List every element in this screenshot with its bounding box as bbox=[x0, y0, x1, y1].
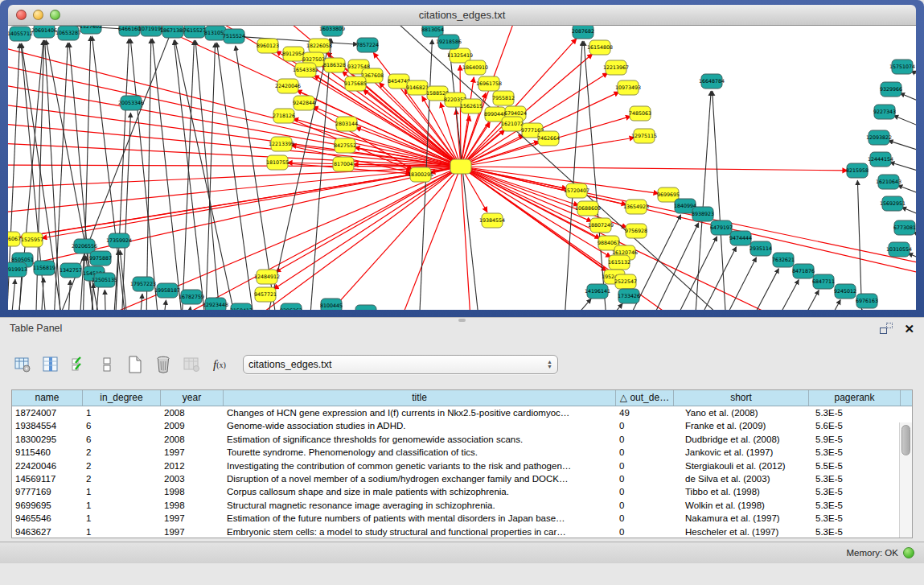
graph-node[interactable]: 8100445 bbox=[320, 299, 343, 310]
table-cell[interactable]: 9699695 bbox=[12, 499, 83, 512]
graph-node[interactable]: 9329966 bbox=[880, 82, 902, 97]
graph-node[interactable]: 16154808 bbox=[587, 40, 613, 55]
graph-node[interactable]: 6773081 bbox=[893, 220, 916, 235]
graph-edge[interactable] bbox=[711, 269, 778, 310]
table-cell[interactable]: 6 bbox=[83, 419, 161, 432]
graph-node[interactable]: 7515524 bbox=[223, 29, 245, 43]
graph-node[interactable]: 12975115 bbox=[631, 129, 657, 143]
graph-node[interactable]: 2526067 bbox=[8, 232, 21, 246]
table-cell[interactable]: 2008 bbox=[161, 406, 224, 419]
graph-node[interactable]: 9975887 bbox=[89, 251, 112, 266]
graph-edge[interactable] bbox=[450, 51, 483, 310]
graph-node[interactable]: 20053346 bbox=[118, 96, 144, 110]
graph-node[interactable]: 1342757 bbox=[60, 263, 82, 278]
graph-edge[interactable] bbox=[690, 257, 757, 310]
graph-node[interactable]: 7632621 bbox=[772, 253, 795, 267]
function-builder-icon[interactable]: f(x) bbox=[208, 353, 231, 376]
table-cell[interactable]: Jankovic et al. (1997) bbox=[674, 446, 809, 459]
table-cell[interactable]: Stergiakouli et al. (2012) bbox=[674, 459, 809, 472]
panel-resize-grip[interactable] bbox=[458, 319, 466, 322]
table-cell[interactable]: 1997 bbox=[161, 525, 224, 538]
graph-edge[interactable] bbox=[187, 307, 191, 310]
graph-node[interactable]: 16033809 bbox=[319, 26, 345, 36]
table-cell[interactable]: 2 bbox=[83, 472, 161, 485]
table-cell[interactable]: 2008 bbox=[161, 433, 224, 446]
table-row[interactable]: 1456911722003Disruption of a novel membe… bbox=[12, 472, 912, 485]
graph-node[interactable]: 12444154 bbox=[868, 152, 893, 167]
table-row[interactable]: 1938455462009Genome-wide association stu… bbox=[12, 419, 912, 432]
table-cell[interactable]: 1 bbox=[83, 485, 161, 498]
graph-node[interactable]: 14055712 bbox=[8, 27, 33, 41]
table-cell[interactable]: 1 bbox=[83, 525, 161, 538]
graph-node[interactable]: 15751074 bbox=[889, 60, 915, 74]
table-cell[interactable]: 2012 bbox=[161, 459, 224, 472]
graph-node[interactable]: 12505135 bbox=[92, 273, 117, 287]
graph-node[interactable]: 1733426 bbox=[618, 289, 640, 303]
column-header-title[interactable]: title bbox=[224, 390, 616, 406]
graph-edge[interactable] bbox=[175, 40, 241, 310]
graph-node[interactable]: 9175685 bbox=[344, 76, 367, 91]
table-cell[interactable]: Yano et al. (2008) bbox=[674, 406, 809, 419]
graph-edge[interactable] bbox=[461, 167, 474, 310]
import-table-icon[interactable] bbox=[180, 353, 203, 376]
graph-node[interactable]: 9457721 bbox=[254, 287, 277, 302]
table-cell[interactable]: 1997 bbox=[161, 446, 224, 459]
graph-node[interactable]: 10973493 bbox=[615, 80, 641, 95]
graph-node[interactable]: 19384554 bbox=[479, 213, 505, 228]
table-cell[interactable]: 0 bbox=[616, 446, 674, 459]
table-cell[interactable]: 2009 bbox=[161, 419, 224, 432]
table-cell[interactable]: 0 bbox=[616, 459, 674, 472]
graph-edge[interactable] bbox=[914, 232, 916, 257]
graph-node[interactable]: 8912954 bbox=[282, 47, 305, 61]
graph-node[interactable]: 14196141 bbox=[585, 284, 610, 299]
table-cell[interactable]: Changes of HCN gene expression and I(f) … bbox=[224, 406, 616, 419]
table-row[interactable]: 1830029562008Estimation of significance … bbox=[12, 433, 912, 446]
table-cell[interactable]: 9777169 bbox=[12, 485, 83, 498]
graph-node[interactable]: 7955812 bbox=[492, 91, 515, 105]
graph-edge[interactable] bbox=[713, 91, 728, 310]
graph-node[interactable]: 10310554 bbox=[886, 242, 912, 257]
graph-node[interactable]: 6976163 bbox=[856, 294, 878, 308]
table-row[interactable]: 946554611997Estimation of the future num… bbox=[12, 512, 912, 525]
graph-node[interactable]: 1562615 bbox=[460, 99, 483, 113]
window-titlebar[interactable]: citations_edges.txt bbox=[8, 5, 916, 26]
table-cell[interactable]: 5.5E-5 bbox=[809, 459, 901, 472]
graph-node[interactable]: 1527602 bbox=[80, 26, 102, 34]
graph-node[interactable]: 18300295 bbox=[408, 167, 433, 182]
column-header-pagerank[interactable]: pagerank bbox=[809, 390, 901, 406]
table-cell[interactable]: 19384554 bbox=[12, 419, 83, 432]
table-row[interactable]: 1872400712008Changes of HCN gene express… bbox=[12, 406, 912, 419]
graph-node[interactable]: 8938923 bbox=[692, 207, 714, 221]
table-cell[interactable]: 0 bbox=[616, 472, 674, 485]
graph-edge[interactable] bbox=[523, 299, 591, 310]
table-row[interactable]: 946362711997Embryonic stem cells: a mode… bbox=[12, 525, 912, 538]
table-cell[interactable]: 5.3E-5 bbox=[809, 446, 901, 459]
network-canvas[interactable]: 8960123891295418226058932750316543382818… bbox=[8, 26, 916, 310]
table-cell[interactable]: 5.3E-5 bbox=[809, 525, 901, 538]
graph-node[interactable]: 12093822 bbox=[866, 130, 892, 145]
graph-node[interactable]: 12923448 bbox=[203, 298, 228, 310]
table-selector-dropdown[interactable]: citations_edges.txt ▲▼ bbox=[243, 355, 558, 374]
graph-node[interactable]: 18671388 bbox=[160, 26, 186, 38]
graph-edge[interactable] bbox=[373, 53, 461, 167]
graph-edge[interactable] bbox=[461, 167, 836, 310]
graph-edge[interactable] bbox=[201, 43, 216, 310]
graph-node[interactable]: 8215958 bbox=[846, 163, 869, 178]
close-panel-icon[interactable]: ✕ bbox=[904, 323, 914, 335]
table-row[interactable]: 977716911998Corpus callosum shape and si… bbox=[12, 485, 912, 498]
table-cell[interactable]: 0 bbox=[616, 419, 674, 432]
table-row[interactable]: 911546021997Tourette syndrome. Phenomeno… bbox=[12, 446, 912, 459]
float-panel-icon[interactable] bbox=[880, 323, 893, 334]
graph-node[interactable]: 1810755 bbox=[266, 155, 289, 170]
table-cell[interactable]: 5.9E-5 bbox=[809, 433, 901, 446]
graph-node[interactable]: 18807249 bbox=[588, 218, 614, 233]
table-cell[interactable]: 14569117 bbox=[12, 472, 83, 485]
graph-node[interactable]: 13654923 bbox=[623, 200, 649, 214]
table-cell[interactable]: 1 bbox=[83, 512, 161, 525]
graph-edge[interactable] bbox=[793, 309, 862, 310]
graph-node[interactable]: 7462664 bbox=[537, 131, 560, 146]
delete-table-icon[interactable] bbox=[152, 353, 175, 376]
graph-node[interactable]: 12213399 bbox=[269, 137, 294, 151]
table-cell[interactable]: 9463627 bbox=[12, 525, 83, 538]
table-scrollbar[interactable] bbox=[899, 422, 912, 538]
